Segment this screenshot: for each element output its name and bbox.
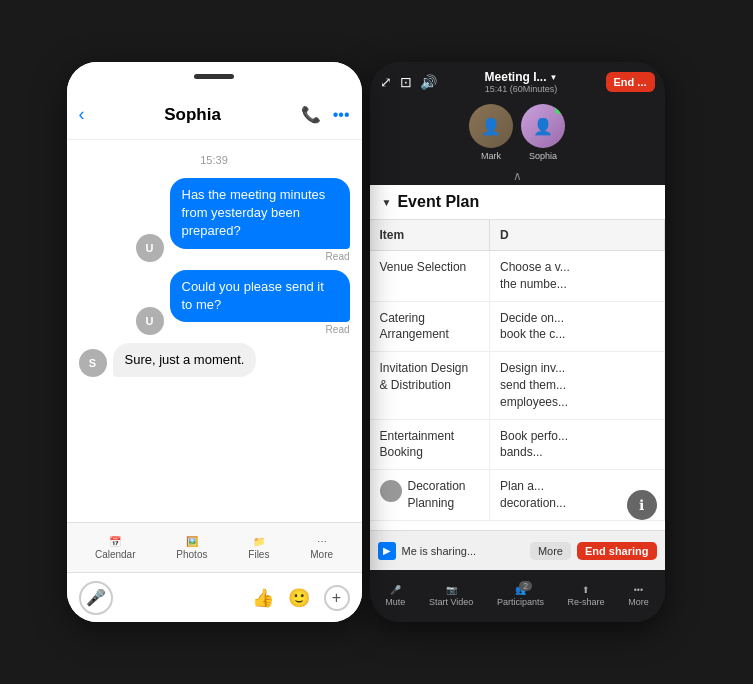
- message-bubble: Sure, just a moment.: [113, 343, 257, 377]
- message-col: Has the meeting minutes from yesterday b…: [170, 178, 350, 262]
- video-label: Start Video: [429, 597, 473, 607]
- calendar-icon: 📅: [109, 536, 121, 547]
- participant-avatar-mark: 👤: [469, 104, 513, 148]
- sharing-bar: ▶ Me is sharing... More End sharing: [370, 530, 665, 570]
- volume-icon[interactable]: 🔊: [420, 74, 437, 90]
- more-icon: ⋯: [317, 536, 327, 547]
- fullscreen-icon[interactable]: ⤢: [380, 74, 392, 90]
- participants-label: Participants: [497, 597, 544, 607]
- table-row: Invitation Design & Distribution Design …: [370, 352, 665, 419]
- mic-button[interactable]: 🎤: [79, 581, 113, 615]
- chevron-down-icon[interactable]: ▼: [550, 73, 558, 82]
- col-desc: D: [490, 220, 665, 251]
- participants-icon-wrap: 👥 2: [515, 585, 526, 595]
- more-controls-button[interactable]: ••• More: [628, 585, 649, 607]
- read-label: Read: [170, 251, 350, 262]
- chat-header-icons: 📞 •••: [301, 105, 350, 124]
- avatar: U: [136, 307, 164, 335]
- nav-more-label: More: [310, 549, 333, 560]
- end-button[interactable]: End ...: [606, 72, 655, 92]
- more-controls-label: More: [628, 597, 649, 607]
- table-row: Venue Selection Choose a v...the numbe..…: [370, 251, 665, 302]
- video-call-icon[interactable]: 📞: [301, 105, 321, 124]
- meeting-subtitle: 15:41 (60Minutes): [485, 84, 558, 94]
- message-timestamp: 15:39: [79, 154, 350, 166]
- files-icon: 📁: [253, 536, 265, 547]
- more-options-icon[interactable]: •••: [333, 106, 350, 124]
- share-icon: ▶: [383, 545, 391, 556]
- online-indicator: [555, 106, 563, 114]
- read-label: Read: [170, 324, 350, 335]
- status-bar: [67, 62, 362, 90]
- avatar: S: [79, 349, 107, 377]
- desc-entertainment: Book perfo...bands...: [490, 419, 665, 470]
- sharing-indicator: ▶: [378, 542, 396, 560]
- meeting-header: ⤢ ⊡ 🔊 Meeting I... ▼ 15:41 (60Minutes) E…: [370, 62, 665, 98]
- content-area: ▼ Event Plan Item D Venue Selection Choo: [370, 185, 665, 530]
- message-row: Has the meeting minutes from yesterday b…: [79, 178, 350, 262]
- nav-more[interactable]: ⋯ More: [310, 536, 333, 560]
- status-pill: [194, 74, 234, 79]
- add-icon[interactable]: +: [324, 585, 350, 611]
- participants-button[interactable]: 👥 2 Participants: [497, 585, 544, 607]
- nav-photos-label: Photos: [176, 549, 207, 560]
- meeting-controls-left: ⤢ ⊡ 🔊: [380, 74, 437, 90]
- item-entertainment: Entertainment Booking: [370, 419, 490, 470]
- mute-label: Mute: [385, 597, 405, 607]
- participant-name-sophia: Sophia: [529, 151, 557, 161]
- right-meeting-panel: ⤢ ⊡ 🔊 Meeting I... ▼ 15:41 (60Minutes) E…: [370, 62, 665, 622]
- photos-icon: 🖼️: [186, 536, 198, 547]
- video-button[interactable]: 📷 Start Video: [429, 585, 473, 607]
- left-chat-panel: ‹ Sophia 📞 ••• 15:39 Has the meeting min…: [67, 62, 362, 622]
- item-catering: Catering Arrangement: [370, 301, 490, 352]
- meeting-name: Meeting I... ▼: [485, 70, 558, 84]
- participant-name-mark: Mark: [481, 151, 501, 161]
- reshare-icon: ⬆: [582, 585, 590, 595]
- participants-badge: 2: [519, 581, 532, 591]
- bottom-controls: 🎤 Mute 📷 Start Video 👥 2 Participants ⬆ …: [370, 570, 665, 622]
- message-row: S Sure, just a moment.: [79, 343, 350, 377]
- triangle-icon: ▼: [382, 197, 392, 208]
- end-sharing-button[interactable]: End sharing: [577, 542, 657, 560]
- nav-files-label: Files: [248, 549, 269, 560]
- participant-avatar-sophia: 👤: [521, 104, 565, 148]
- info-button[interactable]: ℹ: [627, 490, 657, 520]
- emoji-icon[interactable]: 🙂: [288, 587, 310, 609]
- nav-photos[interactable]: 🖼️ Photos: [176, 536, 207, 560]
- col-item: Item: [370, 220, 490, 251]
- chat-header: ‹ Sophia 📞 •••: [67, 90, 362, 140]
- message-bubble: Has the meeting minutes from yesterday b…: [170, 178, 350, 249]
- message-col: Could you please send it to me? Read: [170, 270, 350, 335]
- desc-venue: Choose a v...the numbe...: [490, 251, 665, 302]
- table-container: Item D Venue Selection Choose a v...the …: [370, 220, 665, 530]
- desc-invitation: Design inv...send them...employees...: [490, 352, 665, 419]
- reshare-label: Re-share: [568, 597, 605, 607]
- item-invitation: Invitation Design & Distribution: [370, 352, 490, 419]
- mute-button[interactable]: 🎤 Mute: [385, 585, 405, 607]
- nav-calendar[interactable]: 📅 Calendar: [95, 536, 136, 560]
- input-actions: 👍 🙂 +: [252, 585, 350, 611]
- thumbs-up-icon[interactable]: 👍: [252, 587, 274, 609]
- chat-title: Sophia: [93, 105, 293, 125]
- expand-icon[interactable]: ⊡: [400, 74, 412, 90]
- message-row: Could you please send it to me? Read U: [79, 270, 350, 335]
- reshare-button[interactable]: ⬆ Re-share: [568, 585, 605, 607]
- event-plan-title: Event Plan: [397, 193, 479, 211]
- bottom-nav: 📅 Calendar 🖼️ Photos 📁 Files ⋯ More: [67, 522, 362, 572]
- meeting-title-area: Meeting I... ▼ 15:41 (60Minutes): [443, 70, 600, 94]
- participant-sophia: 👤 Sophia: [521, 104, 565, 161]
- chat-input-bar: 🎤 👍 🙂 +: [67, 572, 362, 622]
- participants-row: 👤 Mark 👤 Sophia: [370, 98, 665, 167]
- video-icon: 📷: [446, 585, 457, 595]
- nav-files[interactable]: 📁 Files: [248, 536, 269, 560]
- table-row: Entertainment Booking Book perfo...bands…: [370, 419, 665, 470]
- item-venue: Venue Selection: [370, 251, 490, 302]
- collapse-chevron[interactable]: ∧: [370, 167, 665, 185]
- more-controls-icon: •••: [634, 585, 643, 595]
- back-button[interactable]: ‹: [79, 104, 85, 125]
- more-share-button[interactable]: More: [530, 542, 571, 560]
- event-plan-header: ▼ Event Plan: [370, 185, 665, 220]
- mute-icon: 🎤: [390, 585, 401, 595]
- decoration-avatar: [380, 480, 402, 502]
- info-icon: ℹ: [639, 497, 644, 513]
